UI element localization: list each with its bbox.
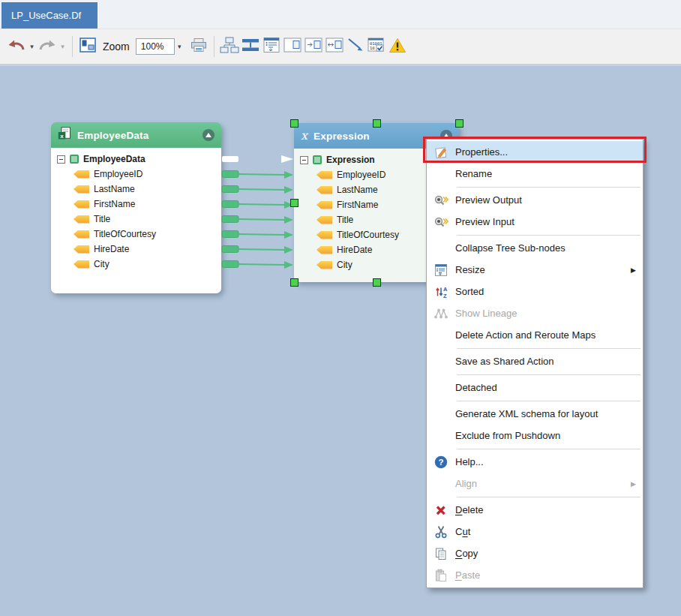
connector-line — [238, 219, 284, 220]
redo-dropdown-caret[interactable]: ▾ — [58, 35, 68, 59]
menu-item-save-as-shared-action[interactable]: Save as Shared Action — [427, 350, 643, 372]
field-label: Title — [337, 215, 353, 225]
warning-triangle-button[interactable] — [388, 35, 407, 59]
menu-item-label: Paste — [455, 569, 480, 581]
field-label: TitleOfCourtesy — [94, 229, 156, 239]
menu-item-delete[interactable]: Delete — [427, 499, 643, 521]
tab-lp-usecase[interactable]: LP_UseCase.Df — [2, 2, 98, 29]
connector-line — [238, 204, 284, 205]
paste-clipboard-icon — [427, 569, 455, 582]
collapse-expander-icon[interactable] — [57, 155, 65, 164]
toolbar: ▾ ▾ Zoom 100% ▾ 0100110 — [0, 29, 681, 66]
menu-item-resize[interactable]: Resize▶ — [427, 259, 643, 281]
menu-item-copy[interactable]: Copy — [427, 542, 643, 564]
help-icon: ? — [427, 455, 455, 469]
selection-handle[interactable] — [290, 199, 298, 207]
overview-panel-button[interactable] — [78, 35, 98, 59]
field-row[interactable]: LastName — [51, 182, 221, 197]
field-tag-icon — [74, 245, 89, 254]
undo-dropdown-caret[interactable]: ▾ — [27, 35, 37, 59]
binary-check-button[interactable]: 0100110 — [367, 35, 386, 59]
printer-icon — [190, 38, 208, 56]
menu-item-label: Save as Shared Action — [455, 356, 554, 367]
menu-item-properties[interactable]: Properties... — [427, 141, 643, 163]
output-port[interactable] — [222, 216, 238, 223]
connector-arrow-icon — [284, 231, 293, 239]
field-row[interactable]: City — [51, 257, 221, 272]
org-chart-layout-button[interactable] — [220, 35, 239, 59]
scissors-icon — [427, 525, 455, 539]
menu-item-delete-action-and-reroute-maps[interactable]: Delete Action and Reroute Maps — [427, 324, 643, 346]
connector-line — [238, 174, 284, 175]
field-row[interactable]: FirstName — [51, 197, 221, 212]
svg-text:Z: Z — [443, 292, 447, 299]
output-port[interactable] — [222, 171, 238, 178]
connector-line — [238, 189, 284, 190]
field-row[interactable]: TitleOfCourtesy — [51, 227, 221, 242]
undo-button[interactable] — [7, 35, 26, 59]
menu-item-rename[interactable]: Rename — [427, 163, 643, 185]
field-tag-icon — [316, 201, 332, 209]
selection-handle[interactable] — [373, 119, 381, 128]
menu-item-cut[interactable]: Cut — [427, 521, 643, 542]
menu-item-label: Preview Input — [455, 216, 514, 227]
field-label: FirstName — [94, 199, 135, 209]
selection-handle[interactable] — [455, 119, 464, 128]
excel-file-icon: x — [58, 127, 71, 143]
zoom-select[interactable]: 100% — [136, 38, 175, 55]
connector-arrow-icon — [284, 246, 293, 254]
side-panel-button[interactable] — [283, 35, 302, 59]
menu-item-preview-input[interactable]: Preview Input — [427, 211, 643, 233]
redo-button[interactable] — [38, 35, 57, 59]
chevron-up-icon — [206, 133, 212, 137]
collapse-expander-icon[interactable] — [300, 156, 308, 164]
field-label: FirstName — [337, 200, 378, 210]
menu-item-generate-xml-schema-for-layout[interactable]: Generate XML schema for layout — [427, 403, 643, 425]
menu-item-preview-output[interactable]: Preview Output — [427, 189, 643, 211]
selection-handle[interactable] — [290, 278, 298, 287]
expand-list-button[interactable] — [262, 35, 281, 59]
tab-bar: LP_UseCase.Df — [0, 0, 681, 29]
field-tag-icon — [74, 170, 89, 179]
zoom-dropdown-caret[interactable]: ▾ — [175, 35, 184, 59]
diagonal-arrow-icon — [346, 37, 364, 56]
side-panel-arrow-in-button[interactable] — [304, 35, 323, 59]
menu-separator — [457, 449, 640, 449]
output-port[interactable] — [222, 246, 238, 253]
menu-item-sorted[interactable]: AZSorted — [427, 281, 643, 302]
field-row[interactable]: HireDate — [51, 242, 221, 257]
svg-text:10: 10 — [370, 46, 375, 50]
menu-item-label: Delete — [455, 504, 484, 515]
menu-item-label: Copy — [455, 548, 478, 559]
menu-separator — [457, 235, 640, 236]
field-row[interactable]: EmployeeID — [51, 167, 221, 182]
node-employeedata[interactable]: x EmployeeData EmployeeData EmployeeIDLa… — [51, 122, 221, 293]
field-row[interactable]: Title — [51, 212, 221, 227]
menu-item-detached[interactable]: Detached — [427, 377, 643, 398]
diagonal-arrow-button[interactable] — [346, 35, 365, 59]
output-port[interactable] — [222, 201, 238, 208]
print-button[interactable] — [189, 35, 208, 59]
tree-root-row[interactable]: EmployeeData — [51, 152, 221, 167]
delete-x-icon — [427, 503, 455, 517]
edit-properties-icon — [427, 146, 455, 159]
warning-triangle-icon — [388, 38, 406, 56]
field-label: EmployeeID — [94, 169, 142, 179]
horizontal-layout-button[interactable] — [241, 35, 260, 59]
connector-arrow-icon — [284, 261, 293, 269]
menu-item-exclude-from-pushdown[interactable]: Exclude from Pushdown — [427, 425, 643, 446]
collapse-node-button[interactable] — [202, 129, 214, 141]
side-panel-double-arrow-button[interactable] — [325, 35, 344, 59]
node-employeedata-header[interactable]: x EmployeeData — [51, 122, 221, 148]
output-port[interactable] — [222, 186, 238, 193]
tree-root-label: EmployeeData — [83, 154, 146, 164]
root-output-port[interactable] — [222, 156, 238, 162]
preview-magnifier-icon — [427, 215, 455, 229]
menu-item-collapse-tree-sub-nodes[interactable]: Collapse Tree Sub-nodes — [427, 237, 643, 259]
menu-item-align: Align▶ — [427, 473, 643, 494]
menu-item-help[interactable]: ?Help... — [427, 451, 643, 473]
selection-handle[interactable] — [373, 278, 381, 287]
output-port[interactable] — [222, 261, 238, 268]
output-port[interactable] — [222, 231, 238, 238]
selection-handle[interactable] — [290, 119, 298, 128]
